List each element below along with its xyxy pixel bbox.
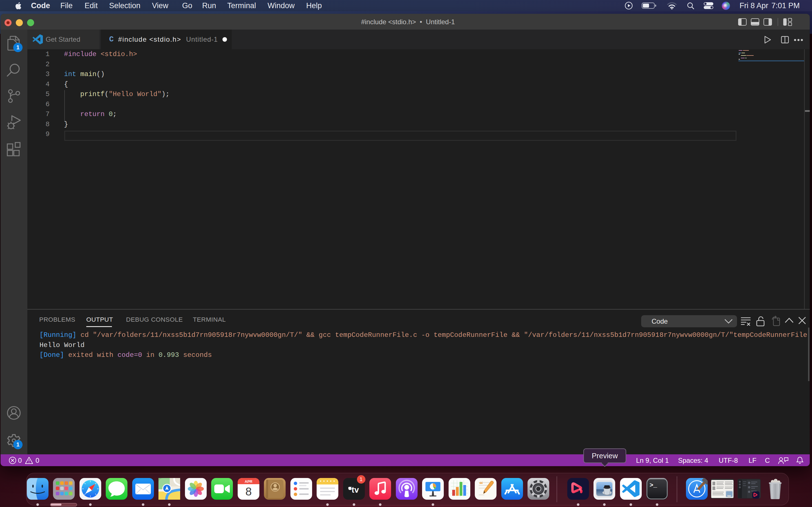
- svg-text:APR: APR: [245, 480, 252, 484]
- svg-text:8: 8: [245, 485, 252, 498]
- svg-text:tv: tv: [352, 485, 359, 494]
- svg-text:>_: >_: [650, 482, 657, 489]
- svg-text:“: “: [479, 480, 483, 488]
